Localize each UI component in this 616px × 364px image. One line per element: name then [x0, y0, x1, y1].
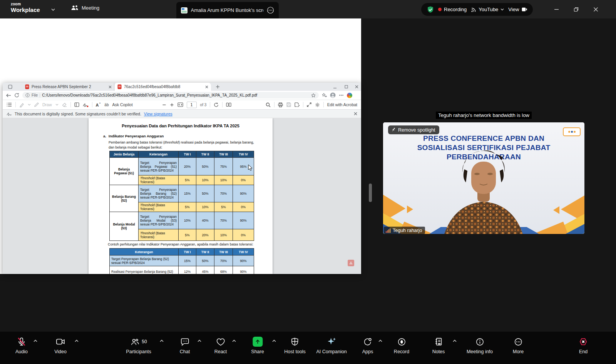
- audio-chevron-icon[interactable]: [33, 339, 38, 342]
- bookmark-star-icon[interactable]: [311, 93, 316, 98]
- browser-maximize-icon[interactable]: [345, 85, 348, 88]
- t1-val: 90%: [233, 185, 254, 202]
- window-minimize-button[interactable]: [551, 4, 562, 15]
- browser-menu-icon[interactable]: [339, 93, 344, 98]
- browser-minimize-icon[interactable]: [333, 86, 337, 90]
- ask-copilot-label[interactable]: Ask Copilot: [112, 102, 132, 107]
- print-icon[interactable]: [278, 102, 283, 107]
- view-control[interactable]: View: [508, 7, 527, 12]
- favorites-icon[interactable]: [322, 93, 327, 98]
- page-view-icon[interactable]: [226, 102, 231, 107]
- refresh-icon[interactable]: [14, 93, 19, 98]
- participants-button[interactable]: 50 Participants: [126, 336, 151, 354]
- read-aloud-icon[interactable]: A⌃: [96, 102, 101, 107]
- erase-icon[interactable]: [62, 103, 67, 107]
- settings-gear-icon[interactable]: [315, 102, 320, 107]
- signature-notice-text: This document is digitally signed. Some …: [15, 112, 141, 116]
- fit-page-icon[interactable]: [177, 102, 183, 107]
- audio-button[interactable]: Audio: [15, 336, 28, 354]
- share-chevron-icon[interactable]: [272, 339, 276, 342]
- view-label: View: [508, 7, 519, 12]
- brand-workplace: Workplace: [11, 7, 40, 13]
- end-button[interactable]: End: [578, 336, 588, 354]
- more-button[interactable]: More: [513, 336, 524, 354]
- ai-companion-label: AI Companion: [316, 349, 346, 354]
- notes-button[interactable]: Notes: [432, 336, 445, 354]
- meeting-tab-label: Meeting: [82, 5, 99, 11]
- tab1-close-icon[interactable]: [109, 85, 112, 88]
- save-as-icon[interactable]: [295, 102, 300, 107]
- window-restore-button[interactable]: [571, 4, 581, 15]
- window-close-button[interactable]: [590, 4, 601, 15]
- ai-companion-button[interactable]: AI Companion: [316, 336, 346, 354]
- view-signatures-link[interactable]: View signatures: [144, 112, 172, 116]
- chat-button[interactable]: Chat: [180, 336, 190, 354]
- search-icon[interactable]: [266, 102, 271, 107]
- tab-meeting[interactable]: Meeting: [71, 5, 99, 11]
- video-button[interactable]: Video: [54, 336, 67, 354]
- record-icon: [394, 336, 409, 347]
- t1-val: 20%: [179, 158, 196, 175]
- react-button[interactable]: React: [214, 336, 227, 354]
- save-icon[interactable]: [286, 102, 291, 107]
- record-button[interactable]: Record: [394, 336, 409, 354]
- fullscreen-icon[interactable]: [307, 102, 311, 107]
- video-chevron-icon[interactable]: [74, 339, 79, 342]
- t1-threshold-label: Threshold (Batas Toleransi): [139, 229, 179, 241]
- draw-icon[interactable]: [34, 102, 39, 107]
- page-number-input[interactable]: [187, 102, 197, 108]
- t2-val: 50%: [196, 255, 214, 266]
- profile-avatar[interactable]: [330, 92, 336, 98]
- zoom-top-bar: zoom Workplace Meeting Amalia Arum KPPN …: [0, 0, 616, 18]
- host-tools-button[interactable]: Host tools: [284, 336, 306, 354]
- remove-spotlight-button[interactable]: Remove spotlight: [388, 125, 439, 134]
- browser-tab-2-active[interactable]: 76ac2c516ed04fbeaa04f8bafdb8: [115, 83, 211, 91]
- page-info-icon[interactable]: [25, 93, 30, 97]
- participant-video-tile[interactable]: PRESS CONFERENCE APBN DAN SOSIALISASI SE…: [383, 122, 584, 234]
- zoom-in-icon[interactable]: [170, 103, 174, 107]
- page-total-label: of 3: [200, 103, 207, 107]
- draw-chevron-icon[interactable]: [55, 104, 59, 106]
- zoom-out-icon[interactable]: [162, 103, 166, 107]
- youtube-live-control[interactable]: YouTube: [470, 7, 504, 13]
- t1-desc: Target Penyerapan Belanja Modal (53) ses…: [139, 212, 179, 229]
- workspace-chevron-down-icon[interactable]: [51, 8, 55, 11]
- translate-icon[interactable]: äb: [104, 103, 109, 107]
- highlight-icon[interactable]: [19, 102, 24, 107]
- share-button[interactable]: Share: [251, 336, 264, 354]
- tab-more-options-icon[interactable]: [267, 7, 274, 14]
- draw-label[interactable]: Draw: [42, 102, 52, 107]
- new-tab-icon[interactable]: [216, 85, 220, 89]
- browser-tab-1[interactable]: Press Release APBN September 2: [23, 83, 114, 91]
- url-field[interactable]: File C:/Users/lenovo/Downloads/76ac2c516…: [22, 92, 319, 99]
- back-icon[interactable]: [6, 93, 11, 98]
- text-tools-icon[interactable]: [74, 102, 79, 107]
- share-scrollbar-thumb[interactable]: [369, 184, 372, 202]
- react-chevron-icon[interactable]: [232, 339, 236, 342]
- notes-chevron-icon[interactable]: [452, 339, 457, 342]
- rotate-icon[interactable]: [214, 102, 219, 107]
- highlight-chevron-icon[interactable]: [28, 104, 31, 106]
- acrobat-floating-icon[interactable]: [348, 260, 354, 266]
- notice-close-icon[interactable]: [354, 112, 357, 115]
- meeting-info-button[interactable]: Meeting info: [467, 336, 493, 354]
- browser-profile-color-icon[interactable]: [347, 93, 352, 98]
- security-shield-icon[interactable]: [427, 6, 434, 13]
- tab-actions-icon[interactable]: [8, 85, 12, 89]
- browser-close-icon[interactable]: [355, 85, 358, 88]
- tab2-close-icon[interactable]: [205, 85, 208, 88]
- edit-with-acrobat-button[interactable]: Edit with Acrobat: [327, 102, 357, 107]
- recording-indicator[interactable]: Recording: [438, 7, 467, 12]
- t1-val: 50%: [196, 158, 214, 175]
- chat-chevron-icon[interactable]: [197, 339, 202, 342]
- participants-chevron-icon[interactable]: [159, 339, 164, 342]
- toc-icon[interactable]: [7, 102, 12, 107]
- camera-icon: [54, 336, 67, 347]
- apps-chevron-icon[interactable]: [378, 339, 383, 342]
- signature-icon[interactable]: [83, 102, 89, 107]
- tab-shared-screen[interactable]: Amalia Arum KPPN Buntok's scre: [176, 2, 279, 18]
- react-label: React: [214, 349, 227, 354]
- slide-logo: [563, 127, 581, 136]
- url-scheme-label: File: [32, 93, 38, 97]
- apps-button[interactable]: Apps: [362, 336, 373, 354]
